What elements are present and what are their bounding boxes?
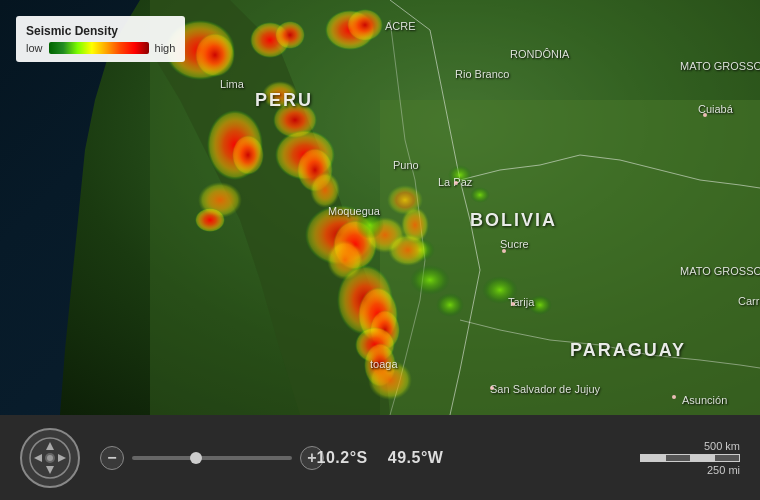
scale-bar-container: 500 km 250 mi bbox=[640, 440, 740, 476]
coordinates-section: 10.2°S 49.5°W bbox=[317, 449, 444, 467]
legend-low: low bbox=[26, 42, 43, 54]
san-salvador-dot bbox=[490, 386, 494, 390]
control-bar: − + 10.2°S 49.5°W 500 km 250 mi bbox=[0, 415, 760, 500]
zoom-slider-thumb[interactable] bbox=[190, 452, 202, 464]
zoom-out-button[interactable]: − bbox=[100, 446, 124, 470]
legend-box: Seismic Density low high bbox=[16, 16, 185, 62]
legend-high: high bbox=[155, 42, 176, 54]
svg-rect-1 bbox=[380, 100, 760, 415]
longitude-value: 49.5°W bbox=[388, 449, 444, 467]
tarija-dot bbox=[511, 302, 515, 306]
legend-gradient bbox=[49, 42, 149, 54]
map-container[interactable]: PERU BOLIVIA PARAGUAY ACRE RONDÔNIA MATO… bbox=[0, 0, 760, 415]
pan-control[interactable] bbox=[20, 428, 80, 488]
legend-title: Seismic Density bbox=[26, 24, 175, 38]
scale-km-label: 500 km bbox=[704, 440, 740, 452]
latitude-value: 10.2°S bbox=[317, 449, 368, 467]
sucre-dot bbox=[502, 249, 506, 253]
terrain-overlay bbox=[0, 0, 760, 415]
scale-bar-section: 500 km 250 mi bbox=[640, 440, 740, 476]
cuiaba-dot bbox=[703, 113, 707, 117]
zoom-slider-track[interactable] bbox=[132, 456, 292, 460]
scale-bar bbox=[640, 454, 740, 462]
scale-mi-label: 250 mi bbox=[707, 464, 740, 476]
zoom-section: − + bbox=[100, 446, 324, 470]
svg-point-45 bbox=[47, 455, 53, 461]
asuncion-dot bbox=[672, 395, 676, 399]
la-paz-dot bbox=[454, 181, 458, 185]
